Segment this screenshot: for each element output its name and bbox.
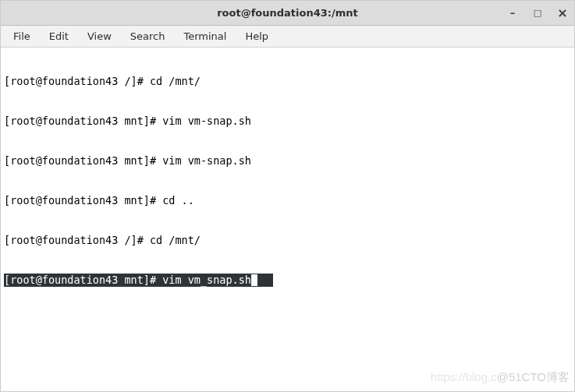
terminal-line: [root@foundation43 mnt]# vim vm-snap.sh [4, 115, 571, 128]
menu-view[interactable]: View [80, 28, 119, 44]
terminal-area[interactable]: [root@foundation43 /]# cd /mnt/ [root@fo… [1, 48, 574, 391]
cursor-icon [251, 274, 257, 286]
menu-terminal[interactable]: Terminal [176, 28, 234, 44]
terminal-line: [root@foundation43 /]# cd /mnt/ [4, 234, 571, 247]
maximize-button[interactable]: □ [532, 8, 543, 19]
menu-edit[interactable]: Edit [41, 28, 76, 44]
menu-search[interactable]: Search [122, 28, 173, 44]
menu-file[interactable]: File [5, 28, 38, 44]
menu-help[interactable]: Help [237, 28, 276, 44]
terminal-line: [root@foundation43 mnt]# cd .. [4, 194, 571, 207]
menubar: File Edit View Search Terminal Help [1, 26, 574, 48]
terminal-line: [root@foundation43 mnt]# vim vm-snap.sh [4, 154, 571, 168]
terminal-line: [root@foundation43 /]# cd /mnt/ [4, 75, 571, 88]
terminal-active-line: [root@foundation43 mnt]# vim vm_snap.sh [4, 274, 571, 287]
titlebar: root@foundation43:/mnt – □ × [1, 1, 574, 26]
window-controls: – □ × [507, 8, 568, 19]
terminal-active-text: [root@foundation43 mnt]# vim vm_snap.sh [4, 274, 251, 286]
window-title: root@foundation43:/mnt [1, 7, 574, 19]
close-button[interactable]: × [557, 8, 568, 19]
minimize-button[interactable]: – [507, 8, 518, 19]
